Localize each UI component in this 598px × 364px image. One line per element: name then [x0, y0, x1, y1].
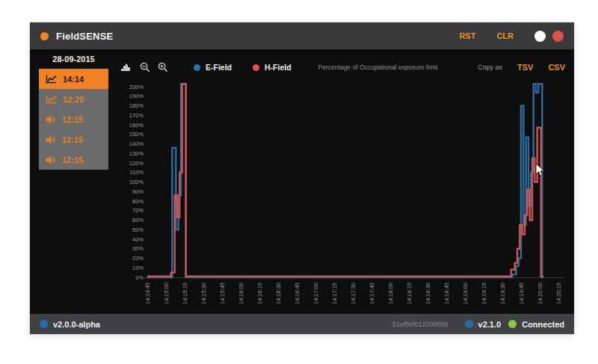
session-time: 14:14 — [63, 75, 84, 84]
app-logo-dot-icon — [40, 32, 49, 40]
connection-status-group: Connected — [508, 320, 564, 329]
svg-text:90%: 90% — [132, 188, 144, 195]
firmware-dot-icon — [465, 320, 473, 328]
session-time: 12:20 — [63, 95, 84, 104]
svg-text:14:17:15: 14:17:15 — [331, 283, 338, 304]
session-date: 28-09-2015 — [39, 55, 108, 64]
svg-text:70%: 70% — [132, 207, 144, 214]
speaker-icon — [46, 115, 56, 124]
session-item-12-15-c[interactable]: 12:15 — [39, 149, 108, 170]
svg-text:14:16:45: 14:16:45 — [294, 283, 300, 304]
session-item-14-14[interactable]: 14:14 — [39, 69, 108, 89]
clr-button[interactable]: CLR — [496, 31, 514, 40]
svg-text:20%: 20% — [132, 255, 144, 262]
copy-csv-button[interactable]: CSV — [548, 63, 565, 72]
sidebar: 28-09-2015 14:14 12:20 — [30, 49, 114, 314]
svg-text:14:17:00: 14:17:00 — [312, 283, 319, 304]
svg-text:170%: 170% — [129, 112, 144, 119]
chart-panel: E-Field H-Field Percentage of Occupation… — [114, 49, 574, 314]
svg-text:14:19:45: 14:19:45 — [518, 283, 525, 304]
svg-text:180%: 180% — [129, 102, 144, 109]
svg-text:14:18:00: 14:18:00 — [387, 283, 394, 304]
svg-text:60%: 60% — [132, 217, 144, 223]
session-item-12-15-a[interactable]: 12:15 — [39, 109, 108, 129]
rst-button[interactable]: RST — [459, 31, 475, 40]
session-item-12-15-b[interactable]: 12:15 — [39, 129, 108, 149]
copy-tsv-button[interactable]: TSV — [517, 63, 533, 72]
svg-text:14:17:45: 14:17:45 — [369, 283, 375, 304]
svg-text:14:19:00: 14:19:00 — [462, 283, 469, 304]
session-list: 14:14 12:20 12:15 — [39, 69, 108, 170]
svg-text:14:14:45: 14:14:45 — [144, 283, 151, 304]
svg-text:14:15:45: 14:15:45 — [219, 283, 226, 304]
session-item-12-20[interactable]: 12:20 — [39, 89, 108, 109]
svg-text:0%: 0% — [135, 274, 144, 281]
svg-text:14:20:00: 14:20:00 — [537, 283, 543, 304]
svg-text:14:16:15: 14:16:15 — [256, 283, 263, 304]
svg-text:130%: 130% — [129, 150, 144, 157]
efield-label: E-Field — [206, 63, 232, 72]
svg-text:30%: 30% — [132, 245, 144, 252]
chart-subtitle: Percentage of Occupational exposure limi… — [318, 64, 438, 71]
svg-text:14:19:30: 14:19:30 — [499, 283, 506, 304]
svg-text:110%: 110% — [129, 169, 144, 176]
svg-text:14:15:00: 14:15:00 — [163, 283, 170, 304]
legend-hfield: H-Field — [253, 63, 292, 72]
session-time: 12:15 — [62, 115, 83, 124]
app-title: FieldSENSE — [56, 31, 113, 42]
svg-text:100%: 100% — [129, 179, 144, 185]
app-version: v2.0.0-alpha — [53, 320, 100, 329]
zoom-in-icon[interactable] — [158, 62, 168, 73]
svg-text:150%: 150% — [129, 131, 144, 138]
svg-text:14:18:30: 14:18:30 — [425, 283, 431, 304]
firmware-version-group: v2.1.0 — [465, 320, 502, 329]
device-id: 51ef0cf012000000 — [392, 321, 449, 328]
session-time: 12:15 — [62, 155, 83, 164]
svg-text:14:17:30: 14:17:30 — [350, 283, 357, 304]
copy-as-label: Copy as — [478, 64, 502, 71]
legend-efield: E-Field — [194, 63, 232, 72]
svg-text:200%: 200% — [129, 84, 144, 90]
svg-text:14:20:15: 14:20:15 — [555, 283, 562, 304]
svg-text:14:18:45: 14:18:45 — [443, 283, 450, 304]
speaker-icon — [46, 155, 56, 164]
titlebar: FieldSENSE RST CLR — [30, 22, 574, 49]
svg-text:140%: 140% — [129, 141, 144, 147]
session-time: 12:15 — [62, 135, 83, 144]
svg-text:50%: 50% — [132, 226, 144, 233]
record-toggle-white[interactable] — [534, 31, 546, 42]
chart-toolbar: E-Field H-Field Percentage of Occupation… — [114, 59, 574, 75]
connected-dot-icon — [508, 320, 517, 328]
efield-dot-icon — [194, 64, 200, 71]
svg-text:80%: 80% — [132, 198, 144, 205]
svg-text:14:16:30: 14:16:30 — [275, 283, 282, 304]
svg-text:40%: 40% — [132, 236, 144, 243]
svg-text:14:16:00: 14:16:00 — [238, 283, 244, 304]
svg-text:14:19:15: 14:19:15 — [481, 283, 487, 304]
hfield-dot-icon — [253, 64, 259, 71]
svg-text:14:15:30: 14:15:30 — [200, 283, 207, 304]
svg-text:120%: 120% — [129, 160, 144, 167]
svg-text:14:15:15: 14:15:15 — [182, 283, 188, 304]
hfield-label: H-Field — [265, 63, 292, 72]
exposure-chart[interactable]: 0%10%20%30%40%50%60%70%80%90%100%110%120… — [114, 75, 572, 310]
statusbar: v2.0.0-alpha 51ef0cf012000000 v2.1.0 Con… — [30, 314, 574, 334]
zoom-out-icon[interactable] — [140, 62, 150, 73]
histogram-view-icon[interactable] — [120, 63, 132, 72]
content-area: 28-09-2015 14:14 12:20 — [30, 49, 574, 314]
chart-icon — [46, 95, 57, 104]
svg-text:190%: 190% — [129, 93, 144, 99]
firmware-version: v2.1.0 — [478, 320, 502, 329]
app-window: FieldSENSE RST CLR 28-09-2015 14:14 — [30, 22, 574, 334]
speaker-icon — [46, 135, 56, 144]
svg-text:14:18:15: 14:18:15 — [406, 283, 413, 304]
svg-text:160%: 160% — [129, 122, 144, 129]
chart-icon — [46, 75, 57, 84]
app-version-dot-icon — [40, 320, 48, 328]
record-toggle-red[interactable] — [552, 31, 564, 42]
svg-text:10%: 10% — [132, 265, 144, 271]
connection-status: Connected — [522, 320, 564, 329]
